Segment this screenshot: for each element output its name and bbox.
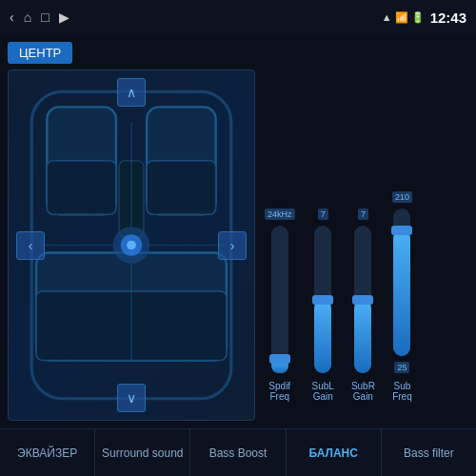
arrow-up-container: ∧ [117,78,146,107]
sliders-container: 24kHz SpdifFreq 7 SubLGain 7 [265,46,468,421]
arrow-down-button[interactable]: ∨ [117,384,146,412]
signal-icon: 📶 [395,11,408,24]
tab-balance[interactable]: БАЛАНС [287,429,382,476]
subr-gain-fill [354,300,371,374]
arrow-right-container: › [218,231,247,260]
main-content: ЦЕНТР ∧ ‹ [0,34,476,428]
subr-gain-top-value: 7 [358,208,368,220]
slider-subr-gain: 7 SubRGain [351,208,375,402]
subl-gain-track[interactable] [314,226,331,373]
subr-gain-track[interactable] [354,226,371,373]
sub-freq-top-value: 210 [392,191,412,203]
subl-gain-top-value: 7 [318,208,328,220]
home-icon[interactable]: ⌂ [24,10,31,25]
back-icon[interactable]: ‹ [10,10,14,25]
spdif-freq-track[interactable] [271,226,288,373]
subr-gain-label: SubRGain [351,381,375,402]
center-label: ЦЕНТР [8,42,72,64]
arrow-left-container: ‹ [16,231,45,260]
battery-icon: 🔋 [411,11,425,24]
left-panel: ЦЕНТР ∧ ‹ [8,42,255,421]
tab-surround[interactable]: Surround sound [95,429,190,476]
right-panel: 24kHz SpdifFreq 7 SubLGain 7 [265,42,468,421]
play-icon[interactable]: ▶ [59,10,69,25]
sub-freq-bottom-value: 25 [394,362,409,373]
tab-bar: ЭКВАЙЗЕР Surround sound Bass Boost БАЛАН… [0,428,476,476]
svg-rect-2 [47,161,116,214]
signal-icons: ▲ 📶 🔋 [382,11,425,24]
car-area: ∧ ‹ [8,69,255,421]
arrow-right-button[interactable]: › [218,231,247,260]
slider-subl-gain: 7 SubLGain [312,208,334,402]
wifi-icon: ▲ [382,11,392,23]
arrow-up-button[interactable]: ∧ [117,78,146,107]
status-bar: ‹ ⌂ □ ▶ ▲ 📶 🔋 12:43 [0,0,476,34]
spdif-freq-thumb[interactable] [269,354,290,364]
slider-spdif-freq: 24kHz SpdifFreq [265,208,295,402]
square-icon[interactable]: □ [41,10,49,25]
spdif-freq-top-value: 24kHz [265,208,295,220]
tab-bass-boost[interactable]: Bass Boost [190,429,286,476]
tab-equalizer[interactable]: ЭКВАЙЗЕР [0,429,95,476]
status-right: ▲ 📶 🔋 12:43 [382,10,466,26]
subl-gain-fill [314,300,331,374]
sub-freq-track[interactable] [393,208,410,356]
nav-icons: ‹ ⌂ □ ▶ [10,10,69,25]
sub-freq-label: SubFreq [392,381,412,402]
tab-bass-filter[interactable]: Bass filter [382,429,476,476]
sub-freq-fill [393,230,410,356]
arrow-down-container: ∨ [117,384,146,412]
subl-gain-label: SubLGain [312,381,334,402]
subr-gain-thumb[interactable] [352,295,373,305]
svg-point-10 [127,241,136,250]
time-display: 12:43 [430,10,466,26]
arrow-left-button[interactable]: ‹ [16,231,45,260]
spdif-freq-label: SpdifFreq [268,381,290,402]
svg-rect-4 [147,161,216,214]
slider-sub-freq: 210 25 SubFreq [392,191,412,402]
subl-gain-thumb[interactable] [312,295,333,305]
sub-freq-thumb[interactable] [391,226,412,235]
